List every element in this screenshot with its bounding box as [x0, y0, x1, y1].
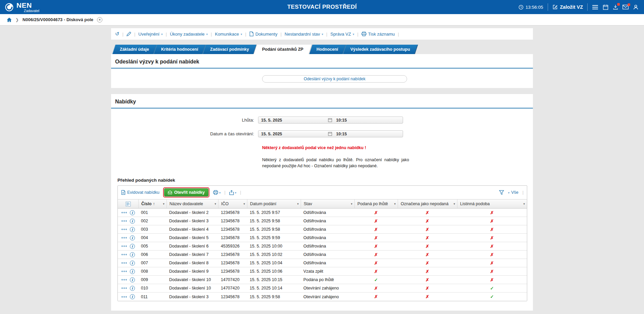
- row-menu-icon[interactable]: [121, 254, 128, 255]
- tab-hodnoceni[interactable]: Hodnocení: [309, 45, 346, 54]
- tab-podani-ucastniku-zp[interactable]: Podání účastníků ZP: [254, 45, 312, 54]
- open-offers-button[interactable]: Otevřít nabídky: [164, 188, 208, 196]
- row-info-icon[interactable]: i: [130, 227, 135, 232]
- row-info-icon[interactable]: i: [130, 277, 135, 282]
- row-info-icon[interactable]: i: [130, 252, 135, 257]
- user-button[interactable]: [633, 4, 639, 10]
- calendar-icon[interactable]: [328, 132, 332, 136]
- table-row[interactable]: i007Dodavatel - školení 81234567815. 5. …: [118, 259, 527, 267]
- table-row[interactable]: i001Dodavatel - školení 21234567815. 5. …: [118, 209, 527, 217]
- filter-caret-icon[interactable]: ▾: [241, 202, 245, 206]
- filter-caret-icon[interactable]: ▾: [212, 202, 216, 206]
- row-menu-icon[interactable]: [121, 279, 128, 280]
- check-icon: ✓: [490, 286, 494, 291]
- column-header-oznacena-jako-nepodana[interactable]: Označena jako nepodaná▾: [398, 199, 457, 208]
- row-info-icon[interactable]: i: [130, 286, 135, 291]
- downloads-button[interactable]: [613, 4, 618, 10]
- home-button[interactable]: [7, 17, 12, 22]
- column-header-nazev-dodavatele[interactable]: Název dodavatele▾: [166, 199, 218, 208]
- tab-zakladni-udaje[interactable]: Základní údaje: [112, 45, 157, 54]
- toolbar-link-uverejneni[interactable]: Uveřejnění▾: [138, 32, 162, 37]
- row-menu-icon[interactable]: [121, 220, 128, 222]
- filter-all-dropdown[interactable]: ▾ Vše: [508, 190, 518, 195]
- export-table-button[interactable]: ▾: [229, 190, 237, 195]
- filter-caret-icon[interactable]: ▾: [161, 202, 164, 206]
- opening-time-value[interactable]: 10:15: [332, 132, 403, 136]
- row-info-icon[interactable]: i: [130, 219, 135, 224]
- row-menu-icon[interactable]: [121, 271, 128, 272]
- register-offer-button[interactable]: Evidovat nabídku: [121, 190, 159, 195]
- filter-caret-icon[interactable]: ▾: [521, 202, 525, 206]
- toolbar-link-tisk-zaznamu[interactable]: Tisk záznamu: [361, 32, 395, 37]
- create-vz-button[interactable]: Založit VZ: [552, 4, 583, 10]
- tab-vysledek-zadavaciho-postupu[interactable]: Výsledek zadávacího postupu: [343, 45, 418, 54]
- filter-caret-icon[interactable]: ▾: [451, 202, 455, 206]
- filter-caret-icon[interactable]: ▾: [349, 202, 352, 206]
- column-header-stav[interactable]: Stav▾: [301, 199, 354, 208]
- row-menu-icon[interactable]: [121, 245, 128, 247]
- row-menu-icon[interactable]: [121, 229, 128, 230]
- breadcrumb-close-icon[interactable]: ✕: [97, 17, 102, 23]
- invitation-section-title: Odeslání výzvy k podání nabídek: [111, 59, 533, 68]
- column-header-podana-po-lhute[interactable]: Podaná po lhůtě▾: [354, 199, 398, 208]
- row-menu-icon[interactable]: [121, 237, 128, 238]
- filter-caret-icon[interactable]: ▾: [392, 202, 396, 206]
- toolbar-link-sprava-vz[interactable]: Správa VZ▾: [330, 32, 354, 37]
- toolbar-link-komunikace[interactable]: Komunikace▾: [215, 32, 242, 37]
- column-header-label: IČO: [221, 201, 229, 206]
- filter-caret-icon[interactable]: ▾: [295, 202, 299, 206]
- table-row[interactable]: i011Dodavatel - školení 31234567815. 5. …: [118, 293, 527, 301]
- messages-button[interactable]: [623, 5, 629, 9]
- opening-field[interactable]: 15. 5. 2025 10:15: [258, 130, 403, 137]
- edit-record-button[interactable]: [127, 32, 131, 36]
- calendar-button[interactable]: [603, 4, 608, 10]
- send-invitation-button[interactable]: Odeslání výzvy k podání nabídek: [262, 75, 407, 83]
- menu-button[interactable]: [592, 5, 598, 10]
- column-header-cislo[interactable]: Číslo↑▾: [138, 199, 166, 208]
- row-info-icon[interactable]: i: [130, 269, 135, 274]
- toolbar-link-ukony-zadavatele[interactable]: Úkony zadavatele▾: [170, 32, 208, 37]
- deadline-label: Lhůta:: [111, 118, 258, 123]
- table-row[interactable]: i004Dodavatel - školení 51234567815. 5. …: [118, 234, 527, 242]
- tab-kriteria-hodnoceni[interactable]: Kritéria hodnocení: [153, 45, 206, 54]
- row-menu-icon[interactable]: [121, 296, 128, 298]
- column-settings-button[interactable]: [118, 199, 138, 208]
- breadcrumb-item[interactable]: N006/25/V00004673 - Disková pole: [22, 17, 93, 22]
- cross-icon: ✗: [490, 252, 494, 257]
- row-actions: i: [118, 267, 138, 275]
- table-row[interactable]: i003Dodavatel - školení 41234567815. 5. …: [118, 225, 527, 234]
- table-row[interactable]: i010Dodavatel - školení 101470742015. 5.…: [118, 284, 527, 293]
- opening-date-value[interactable]: 15. 5. 2025: [258, 132, 328, 136]
- row-info-icon[interactable]: i: [130, 210, 135, 215]
- cell-oznacena-jako-nepodana: ✗: [398, 284, 457, 292]
- tab-zadavaci-podminky[interactable]: Zadávací podmínky: [203, 45, 257, 54]
- row-menu-icon[interactable]: [121, 262, 128, 264]
- row-actions: i: [118, 217, 138, 225]
- row-menu-icon[interactable]: [121, 212, 128, 213]
- history-button[interactable]: ↺: [115, 31, 119, 37]
- filter-button[interactable]: [499, 190, 504, 195]
- table-row[interactable]: i005Dodavatel - školení 64535932615. 5. …: [118, 242, 527, 251]
- nen-logo[interactable]: NEN Zadavatel: [0, 2, 39, 13]
- row-info-icon[interactable]: i: [130, 244, 135, 249]
- row-info-icon[interactable]: i: [130, 235, 135, 240]
- table-row[interactable]: i002Dodavatel - školení 31234567815. 5. …: [118, 217, 527, 225]
- sort-asc-icon[interactable]: ↑: [153, 201, 155, 206]
- table-row[interactable]: i006Dodavatel - školení 71234567815. 5. …: [118, 251, 527, 259]
- deadline-date-value[interactable]: 15. 5. 2025: [258, 118, 328, 123]
- row-info-icon[interactable]: i: [130, 294, 135, 299]
- table-row[interactable]: i009Dodavatel - školení 101470742015. 5.…: [118, 276, 527, 284]
- deadline-time-value[interactable]: 10:15: [332, 118, 403, 123]
- row-menu-icon[interactable]: [121, 287, 128, 289]
- toolbar-link-dokumenty[interactable]: Dokumenty: [249, 32, 278, 37]
- deadline-field[interactable]: 15. 5. 2025 10:15: [258, 117, 403, 124]
- row-info-icon[interactable]: i: [130, 261, 135, 266]
- table-row[interactable]: i008Dodavatel - školení 91234567815. 5. …: [118, 267, 527, 276]
- column-header-label: Stav: [304, 201, 312, 206]
- print-table-button[interactable]: ▾: [213, 190, 221, 195]
- column-header-listinna-podoba[interactable]: Listinná podoba▾: [457, 199, 527, 208]
- column-header-datum-podani[interactable]: Datum podání▾: [247, 199, 301, 208]
- calendar-icon[interactable]: [328, 118, 332, 122]
- toolbar-link-nestandardni-stav[interactable]: Nestandardní stav▾: [285, 32, 323, 37]
- column-header-ico[interactable]: IČO▾: [218, 199, 247, 208]
